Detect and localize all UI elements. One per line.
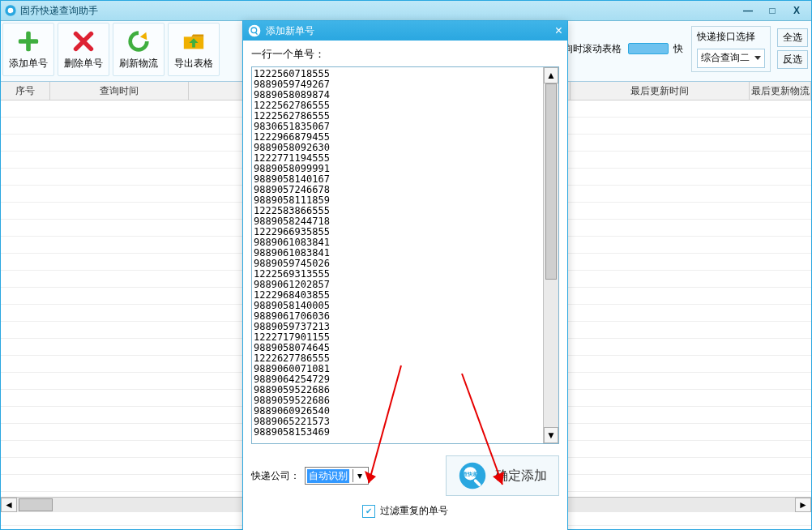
speed-slider[interactable]: 快: [628, 42, 683, 56]
add-number-dialog: 添加新单号 × 一行一个单号： ▲ ▼ 快递公司： 自动识别 ▾: [242, 20, 568, 530]
chevron-down-icon: ▾: [353, 469, 366, 482]
export-button[interactable]: 导出表格: [168, 23, 220, 76]
scroll-thumb[interactable]: [19, 498, 53, 511]
main-window: 固乔快递查询助手 — □ X 添加单号 删除单号 刷新物流 导出表格 ✔ 查询: [0, 0, 812, 530]
x-icon: [71, 29, 96, 53]
refresh-icon: [126, 29, 151, 53]
scroll-right-arrow-icon[interactable]: ►: [795, 498, 811, 512]
invert-select-button[interactable]: 反选: [777, 50, 808, 69]
interface-groupbox: 快递接口选择 综合查询二: [691, 26, 771, 72]
close-button[interactable]: X: [785, 3, 808, 18]
delete-number-label: 删除单号: [64, 57, 103, 71]
dialog-close-button[interactable]: ×: [555, 24, 562, 38]
one-per-line-hint: 一行一个单号：: [251, 47, 559, 62]
chevron-down-icon: [754, 56, 761, 60]
company-select-value: 自动识别: [307, 469, 349, 483]
interface-title: 快递接口选择: [697, 30, 765, 44]
scroll-thumb[interactable]: [545, 83, 557, 280]
refresh-button[interactable]: 刷新物流: [113, 23, 165, 76]
tracking-numbers-textarea[interactable]: [252, 67, 553, 443]
filter-dup-checkbox[interactable]: ✔: [362, 505, 375, 518]
confirm-add-button[interactable]: 查快递 确定添加: [446, 455, 559, 496]
svg-point-1: [8, 8, 14, 14]
folder-export-icon: [182, 29, 206, 53]
app-title: 固乔快递查询助手: [20, 4, 98, 18]
interface-select-value: 综合查询二: [701, 51, 750, 65]
add-number-button[interactable]: 添加单号: [2, 23, 54, 76]
vertical-scrollbar[interactable]: ▲ ▼: [543, 67, 558, 443]
delete-number-button[interactable]: 删除单号: [58, 23, 109, 76]
plus-icon: [16, 29, 41, 53]
scroll-down-arrow-icon[interactable]: ▼: [544, 427, 558, 443]
dialog-title: 添加新单号: [266, 24, 314, 38]
col-last-update-time[interactable]: 最后更新时间: [571, 82, 750, 100]
slider-track[interactable]: [628, 43, 669, 54]
col-last-update-info[interactable]: 最后更新物流: [750, 82, 811, 100]
col-seq[interactable]: 序号: [1, 82, 50, 100]
search-express-icon: 查快递: [458, 461, 487, 490]
app-icon: [248, 24, 261, 37]
svg-rect-4: [19, 39, 38, 44]
title-bar: 固乔快递查询助手 — □ X: [1, 1, 811, 21]
scroll-up-arrow-icon[interactable]: ▲: [544, 67, 558, 83]
interface-select[interactable]: 综合查询二: [697, 49, 765, 68]
app-icon: [4, 4, 17, 17]
filter-dup-label: 过滤重复的单号: [380, 504, 448, 518]
minimize-button[interactable]: —: [737, 3, 759, 18]
confirm-add-label: 确定添加: [495, 468, 547, 485]
dialog-titlebar: 添加新单号 ×: [243, 21, 567, 41]
select-all-button[interactable]: 全选: [777, 28, 808, 47]
company-select[interactable]: 自动识别 ▾: [305, 467, 369, 485]
refresh-label: 刷新物流: [119, 57, 158, 71]
col-query-time[interactable]: 查询时间: [50, 82, 189, 100]
maximize-button[interactable]: □: [761, 3, 784, 18]
company-label: 快递公司：: [251, 469, 300, 483]
add-number-label: 添加单号: [9, 57, 48, 71]
scroll-left-arrow-icon[interactable]: ◄: [1, 498, 17, 512]
numbers-textarea-wrap: ▲ ▼: [251, 66, 559, 444]
svg-text:查快递: 查快递: [462, 471, 478, 477]
export-label: 导出表格: [174, 57, 213, 71]
speed-fast-label: 快: [673, 42, 683, 56]
